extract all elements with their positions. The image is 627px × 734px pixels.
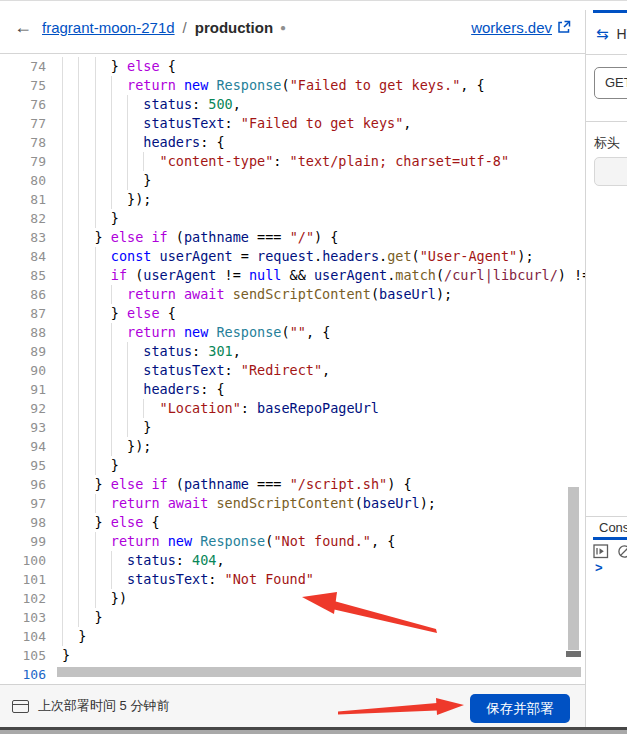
line-number: 86: [0, 285, 46, 304]
code-line[interactable]: statusText: "Not Found": [62, 570, 585, 589]
code-line[interactable]: statusText: "Redirect",: [62, 361, 585, 380]
indent-guide: [78, 608, 94, 627]
indent-guide: [78, 380, 94, 399]
clear-console-icon[interactable]: [617, 544, 627, 559]
code-line[interactable]: return await sendScriptContent(baseUrl);: [62, 285, 585, 304]
indent-guide: [95, 190, 111, 209]
indent-guide: [78, 532, 94, 551]
code-line[interactable]: if (userAgent != null && userAgent.match…: [62, 266, 585, 285]
code-line[interactable]: const userAgent = request.headers.get("U…: [62, 247, 585, 266]
code-token: else: [127, 58, 160, 74]
indent-guide: [95, 323, 111, 342]
code-line[interactable]: status: 404,: [62, 551, 585, 570]
code-line[interactable]: }: [62, 646, 585, 665]
http-method-select[interactable]: GET: [594, 67, 627, 99]
code-line[interactable]: } else if (pathname === "/") {: [62, 228, 585, 247]
console-prompt[interactable]: >: [595, 560, 603, 575]
indent-guide: [95, 209, 111, 228]
horizontal-scrollbar-thumb[interactable]: [57, 667, 581, 677]
indent-guide: [111, 399, 127, 418]
code-token: }: [143, 419, 151, 435]
code-token: sendScriptContent: [233, 286, 371, 302]
line-number: 87: [0, 304, 46, 323]
line-number: 76: [0, 95, 46, 114]
code-line[interactable]: }: [62, 418, 585, 437]
indent-guide: [111, 133, 127, 152]
back-arrow-icon[interactable]: ←: [14, 18, 32, 36]
code-line[interactable]: } else if (pathname === "/script.sh") {: [62, 475, 585, 494]
breadcrumb-worker-link[interactable]: fragrant-moon-271d: [42, 19, 175, 36]
code-line[interactable]: } else {: [62, 513, 585, 532]
code-line[interactable]: } else {: [62, 57, 585, 76]
indent-guide: [78, 76, 94, 95]
code-line[interactable]: }): [62, 589, 585, 608]
tab-console[interactable]: Console: [599, 520, 627, 535]
code-line[interactable]: return await sendScriptContent(baseUrl);: [62, 494, 585, 513]
indent-guide: [111, 95, 127, 114]
code-token: [176, 286, 184, 302]
indent-guide: [62, 76, 78, 95]
code-line[interactable]: }: [62, 456, 585, 475]
code-line[interactable]: status: 500,: [62, 95, 585, 114]
code-editor[interactable]: 7475767778798081828384858687888990919293…: [0, 55, 585, 684]
line-number: 90: [0, 361, 46, 380]
code-line[interactable]: "content-type": "text/plain; charset=utf…: [62, 152, 585, 171]
indent-guide: [95, 437, 111, 456]
code-token: );: [517, 248, 533, 264]
environment-status-dot-icon: ●: [280, 22, 286, 33]
code-line[interactable]: statusText: "Failed to get keys",: [62, 114, 585, 133]
code-line[interactable]: headers: {: [62, 380, 585, 399]
line-number: 85: [0, 266, 46, 285]
code-token: :: [208, 571, 224, 587]
code-token: :: [225, 115, 241, 131]
save-and-deploy-button[interactable]: 保存并部署: [470, 694, 570, 723]
code-line[interactable]: }: [62, 608, 585, 627]
code-line[interactable]: "Location": baseRepoPageUrl: [62, 399, 585, 418]
indent-guide: [143, 399, 159, 418]
code-area[interactable]: } else {return new Response("Failed to g…: [62, 57, 585, 684]
vertical-scrollbar-thumb[interactable]: [568, 487, 579, 650]
code-line[interactable]: }: [62, 209, 585, 228]
code-line[interactable]: headers: {: [62, 133, 585, 152]
code-line[interactable]: }: [62, 627, 585, 646]
code-token: });: [127, 191, 151, 207]
line-number: 82: [0, 209, 46, 228]
code-line[interactable]: });: [62, 190, 585, 209]
line-number: 101: [0, 570, 46, 589]
code-line[interactable]: return new Response("Failed to get keys.…: [62, 76, 585, 95]
code-line[interactable]: return new Response("", {: [62, 323, 585, 342]
indent-guide: [78, 399, 94, 418]
code-line[interactable]: });: [62, 437, 585, 456]
indent-guide: [95, 570, 111, 589]
code-token: "Redirect": [241, 362, 322, 378]
code-token: Response: [216, 324, 281, 340]
indent-guide: [62, 209, 78, 228]
code-line[interactable]: return new Response("Not found.", {: [62, 532, 585, 551]
code-token: request: [257, 248, 314, 264]
indent-guide: [78, 114, 94, 133]
code-token: (: [168, 229, 184, 245]
code-token: }: [143, 172, 151, 188]
workers-dev-label: workers.dev: [471, 19, 552, 36]
header-name-input[interactable]: [594, 157, 627, 186]
code-token: else: [111, 229, 144, 245]
line-number: 95: [0, 456, 46, 475]
code-token: }: [111, 457, 119, 473]
indent-guide: [78, 285, 94, 304]
code-line[interactable]: status: 301,: [62, 342, 585, 361]
line-number: 79: [0, 152, 46, 171]
http-tab-label: HTTP: [617, 26, 627, 42]
tab-http[interactable]: ⇆ HTTP: [586, 13, 627, 54]
code-line[interactable]: } else {: [62, 304, 585, 323]
run-request-icon[interactable]: [593, 544, 609, 559]
code-token: const: [111, 248, 152, 264]
indent-guide: [111, 76, 127, 95]
indent-guide: [111, 551, 127, 570]
code-line[interactable]: }: [62, 171, 585, 190]
indent-guide: [62, 437, 78, 456]
code-token: :: [192, 96, 208, 112]
code-token: headers: [143, 381, 200, 397]
console-tab-active-indicator: [593, 537, 627, 540]
code-token: : {: [200, 134, 224, 150]
workers-dev-link[interactable]: workers.dev: [471, 19, 571, 36]
